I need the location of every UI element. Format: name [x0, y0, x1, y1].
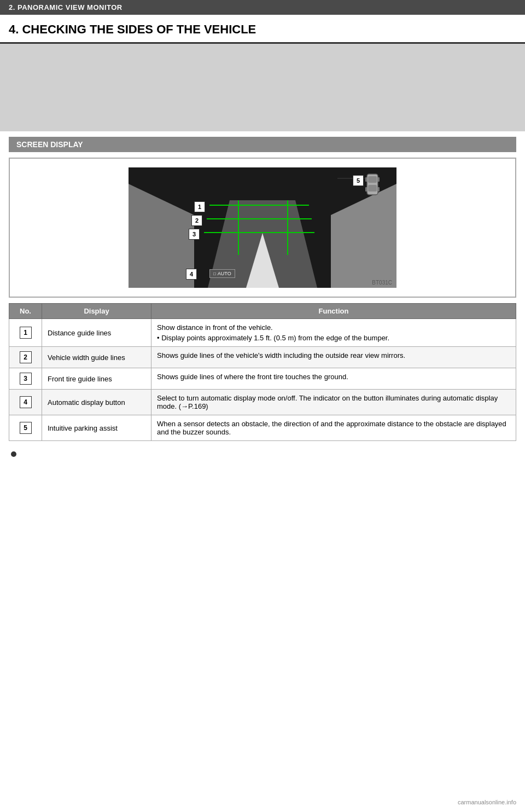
- col-header-display: Display: [42, 304, 151, 319]
- section-title: 4. CHECKING THE SIDES OF THE VEHICLE: [0, 15, 525, 44]
- bullet-icon: [11, 451, 16, 457]
- image-reference-label: BT031C: [372, 280, 392, 286]
- table-display-3: Front tire guide lines: [42, 368, 151, 390]
- info-area: [0, 44, 525, 131]
- side-panel-right: [331, 184, 396, 288]
- num-badge-3: 3: [20, 373, 32, 385]
- auto-button-display: □AUTO: [209, 269, 235, 278]
- num-badge-1: 1: [20, 327, 32, 339]
- screen-display-label: SCREEN DISPLAY: [9, 137, 516, 152]
- svg-rect-4: [377, 177, 380, 182]
- num-badge-4: 4: [20, 396, 32, 408]
- svg-rect-3: [365, 177, 368, 182]
- table-row: 1Distance guide linesShow distance in fr…: [9, 319, 516, 347]
- table-function-3: Shows guide lines of where the front tir…: [151, 368, 516, 390]
- num-box-5: 5: [353, 175, 364, 186]
- table-function-4: Select to turn automatic display mode on…: [151, 390, 516, 415]
- side-panel-left: [129, 184, 194, 288]
- watermark: carmanualsonline.info: [454, 798, 520, 807]
- num-box-2: 2: [191, 215, 202, 226]
- svg-rect-1: [368, 176, 377, 183]
- table-no-5: 5: [9, 415, 42, 441]
- num-box-3: 3: [189, 229, 200, 240]
- table-no-4: 4: [9, 390, 42, 415]
- distance-guide-line: [209, 205, 309, 206]
- table-display-5: Intuitive parking assist: [42, 415, 151, 441]
- func-text-bullet-1: • Display points approximately 1.5 ft. (…: [157, 332, 510, 342]
- num-badge-2: 2: [20, 351, 32, 363]
- table-row: 5Intuitive parking assistWhen a sensor d…: [9, 415, 516, 441]
- table-display-2: Vehicle width guide lines: [42, 347, 151, 368]
- bottom-note-area: [0, 441, 525, 466]
- item5-area: 5: [365, 173, 380, 200]
- table-no-3: 3: [9, 368, 42, 390]
- num-badge-5: 5: [20, 422, 32, 434]
- car-top-view-icon: [365, 173, 380, 198]
- table-function-2: Shows guide lines of the vehicle's width…: [151, 347, 516, 368]
- table-function-5: When a sensor detects an obstacle, the d…: [151, 415, 516, 441]
- col-header-function: Function: [151, 304, 516, 319]
- v-guide-left: [238, 200, 239, 255]
- top-bar-title: 2. PANORAMIC VIEW MONITOR: [0, 0, 525, 15]
- table-display-1: Distance guide lines: [42, 319, 151, 347]
- func-text-main-1: Show distance in front of the vehicle.: [157, 323, 510, 332]
- table-row: 4Automatic display buttonSelect to turn …: [9, 390, 516, 415]
- num-box-1: 1: [194, 201, 205, 212]
- table-row: 2Vehicle width guide linesShows guide li…: [9, 347, 516, 368]
- table-display-4: Automatic display button: [42, 390, 151, 415]
- table-no-1: 1: [9, 319, 42, 347]
- features-table: No. Display Function 1Distance guide lin…: [9, 303, 516, 441]
- tire-guide-line: [204, 232, 314, 233]
- width-guide-line: [207, 218, 312, 219]
- svg-rect-2: [368, 185, 377, 192]
- num-box-4: 4: [186, 269, 197, 280]
- table-row: 3Front tire guide linesShows guide lines…: [9, 368, 516, 390]
- table-no-2: 2: [9, 347, 42, 368]
- svg-rect-6: [377, 187, 380, 192]
- camera-view: 1 2 3 4 □AUTO 5 BT03: [129, 167, 396, 288]
- screen-display-box: 1 2 3 4 □AUTO 5 BT03: [9, 158, 516, 298]
- svg-rect-5: [365, 187, 368, 192]
- v-guide-right: [287, 200, 288, 255]
- col-header-no: No.: [9, 304, 42, 319]
- table-function-1: Show distance in front of the vehicle.• …: [151, 319, 516, 347]
